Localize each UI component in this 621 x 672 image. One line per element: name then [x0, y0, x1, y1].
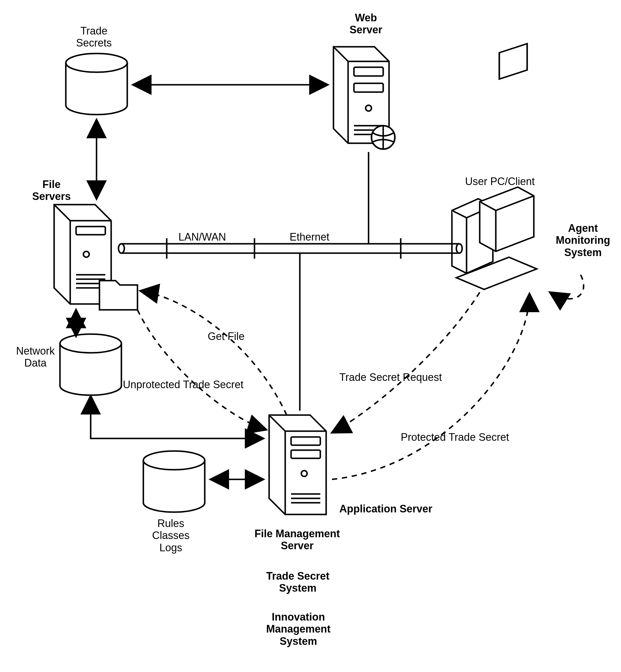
unprotected-label: Unprotected Trade Secret	[123, 378, 243, 391]
trade-secrets-db-icon	[66, 53, 127, 115]
svg-rect-9	[291, 437, 320, 445]
network-data-label: Network Data	[16, 345, 55, 369]
network-architecture-diagram: { "labels": { "tradeSecrets": "Trade\nSe…	[0, 0, 621, 672]
lan-wan-label: LAN/WAN	[178, 231, 226, 243]
rules-db-icon	[143, 451, 205, 512]
network-data-db-icon	[60, 334, 121, 395]
user-pc-client-label: User PC/Client	[465, 175, 535, 187]
innovation-mgmt-label: Innovation Management System	[266, 611, 331, 647]
svg-rect-13	[499, 44, 527, 79]
trade-secret-request-label: Trade Secret Request	[339, 371, 442, 383]
svg-point-14	[119, 244, 124, 253]
svg-point-11	[301, 471, 307, 477]
trade-secrets-label: Trade Secrets	[76, 25, 112, 49]
web-server-icon	[333, 47, 395, 149]
trade-secret-system-label: Trade Secret System	[266, 570, 329, 594]
user-pc-icon	[452, 44, 537, 289]
agent-monitoring-label: Agent Monitoring System	[556, 222, 610, 258]
file-mgmt-server-label: File Management Server	[254, 528, 340, 552]
svg-rect-7	[76, 227, 105, 235]
svg-point-15	[456, 244, 462, 253]
svg-point-8	[83, 252, 89, 257]
svg-point-5	[366, 105, 371, 111]
svg-rect-4	[354, 83, 383, 92]
application-server-icon	[269, 415, 326, 514]
application-server-label: Application Server	[339, 503, 432, 515]
protected-label: Protected Trade Secret	[401, 431, 509, 443]
file-server-icon	[54, 205, 137, 310]
get-file-label: Get File	[208, 330, 245, 342]
rules-classes-logs-label: Rules Classes Logs	[152, 518, 190, 553]
svg-rect-10	[291, 450, 320, 458]
svg-rect-3	[354, 67, 383, 76]
web-server-label: Web Server	[349, 12, 382, 36]
file-servers-label: File Servers	[32, 178, 71, 203]
ethernet-label: Ethernet	[290, 231, 329, 243]
